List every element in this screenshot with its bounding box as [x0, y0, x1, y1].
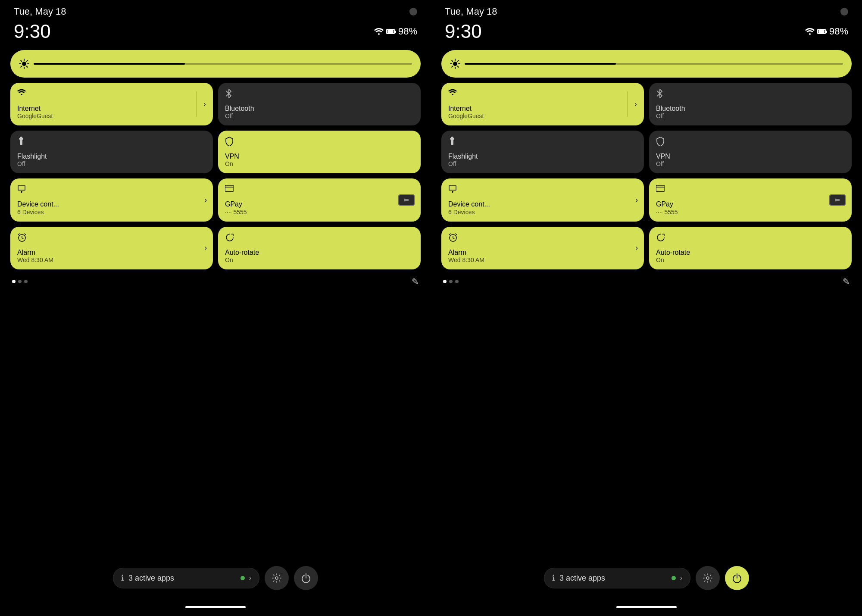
wifi-icon-right	[448, 89, 457, 97]
active-apps-pill-right[interactable]: ℹ 3 active apps ›	[544, 568, 690, 588]
tile-bluetooth-left[interactable]: Bluetooth Off	[218, 83, 421, 125]
dot-2-left[interactable]	[18, 280, 22, 283]
settings-btn-right[interactable]	[696, 566, 720, 590]
settings-btn-left[interactable]	[265, 566, 289, 590]
brightness-row-left[interactable]	[10, 50, 421, 78]
qs-panel-left: Internet GoogleGuest › Bluetoot	[10, 50, 421, 287]
svg-line-9	[21, 66, 22, 67]
vpn-sublabel-right: Off	[656, 160, 845, 167]
flashlight-sublabel-left: Off	[17, 160, 206, 167]
tile-internet-left[interactable]: Internet GoogleGuest ›	[10, 83, 213, 125]
gpay-card-right	[829, 194, 846, 206]
bluetooth-icon-left	[225, 89, 233, 100]
gpay-icon-right	[656, 184, 665, 194]
gpay-label-right: GPay	[656, 200, 845, 208]
brightness-icon-right	[450, 59, 460, 69]
tile-autorotate-right[interactable]: Auto-rotate On	[649, 227, 852, 269]
dot-3-right[interactable]	[455, 280, 459, 283]
camera-dot-right	[840, 8, 848, 16]
svg-point-29	[452, 94, 453, 96]
gpay-sublabel-right: ···· 5555	[656, 209, 845, 216]
device-sublabel-right: 6 Devices	[448, 209, 637, 216]
status-icons-right: 98%	[805, 26, 848, 37]
time-row-left: 9:30 98%	[0, 21, 431, 42]
bluetooth-sublabel-left: Off	[225, 113, 414, 119]
brightness-slider-right[interactable]	[465, 63, 843, 65]
flashlight-label-left: Flashlight	[17, 152, 206, 160]
bluetooth-sublabel-right: Off	[656, 113, 845, 119]
autorotate-label-left: Auto-rotate	[225, 248, 414, 256]
internet-expand-right[interactable]: ›	[628, 83, 644, 125]
vpn-sublabel-left: On	[225, 160, 414, 167]
svg-line-26	[458, 66, 459, 67]
alarm-label-left: Alarm	[17, 248, 206, 256]
internet-expand-left[interactable]: ›	[197, 83, 213, 125]
pill-arrow-left: ›	[249, 574, 251, 582]
battery-icon-left	[386, 29, 395, 34]
info-icon-right: ℹ	[552, 573, 555, 583]
alarm-icon-left	[17, 233, 27, 244]
svg-point-19	[809, 33, 811, 35]
home-indicator-left	[185, 606, 246, 608]
edit-icon-left[interactable]: ✎	[412, 276, 419, 287]
dot-3-left[interactable]	[24, 280, 28, 283]
active-dot-right	[671, 576, 676, 580]
power-btn-left[interactable]	[294, 566, 318, 590]
flashlight-label-right: Flashlight	[448, 152, 637, 160]
battery-text-left: 98%	[398, 26, 417, 37]
bluetooth-label-left: Bluetooth	[225, 104, 414, 113]
internet-sublabel-right: GoogleGuest	[448, 113, 620, 119]
svg-line-6	[21, 60, 22, 61]
tile-device-left[interactable]: Device cont... 6 Devices ›	[10, 178, 213, 221]
tile-flashlight-right[interactable]: Flashlight Off	[441, 131, 644, 173]
time-left: 9:30	[14, 21, 51, 42]
tile-gpay-left[interactable]: GPay ···· 5555	[218, 178, 421, 221]
svg-rect-14	[225, 185, 234, 191]
tile-bluetooth-right[interactable]: Bluetooth Off	[649, 83, 852, 125]
alarm-icon-right	[448, 233, 458, 244]
power-btn-right[interactable]	[725, 566, 749, 590]
tile-autorotate-left[interactable]: Auto-rotate On	[218, 227, 421, 269]
status-bar-left: Tue, May 18	[0, 6, 431, 17]
alarm-sublabel-left: Wed 8:30 AM	[17, 256, 206, 263]
brightness-slider-left[interactable]	[34, 63, 412, 65]
tile-alarm-left[interactable]: Alarm Wed 8:30 AM ›	[10, 227, 213, 269]
settings-icon-left	[272, 573, 281, 583]
alarm-arrow-right: ›	[636, 244, 638, 252]
status-bar-right: Tue, May 18	[431, 6, 862, 17]
gpay-sublabel-left: ···· 5555	[225, 209, 414, 216]
date-left: Tue, May 18	[14, 6, 66, 17]
dot-2-right[interactable]	[449, 280, 453, 283]
tile-gpay-right[interactable]: GPay ···· 5555	[649, 178, 852, 221]
flashlight-icon-right	[448, 137, 456, 148]
svg-line-27	[458, 60, 459, 61]
pagination-dots-left	[12, 280, 28, 283]
edit-icon-right[interactable]: ✎	[843, 276, 850, 287]
tile-device-right[interactable]: Device cont... 6 Devices ›	[441, 178, 644, 221]
tile-alarm-right[interactable]: Alarm Wed 8:30 AM ›	[441, 227, 644, 269]
tile-internet-right[interactable]: Internet GoogleGuest ›	[441, 83, 644, 125]
camera-dot-left	[409, 8, 417, 16]
autorotate-icon-left	[225, 233, 234, 244]
tile-vpn-right[interactable]: VPN Off	[649, 131, 852, 173]
home-indicator-right	[616, 606, 677, 608]
gpay-card-left	[398, 194, 415, 206]
vpn-icon-right	[656, 137, 665, 148]
panel-right: Tue, May 18 9:30 98%	[431, 0, 862, 616]
tile-flashlight-left[interactable]: Flashlight Off	[10, 131, 213, 173]
autorotate-sublabel-right: On	[656, 256, 845, 263]
svg-rect-30	[451, 137, 453, 138]
tile-vpn-left[interactable]: VPN On	[218, 131, 421, 173]
tile-grid-right: Internet GoogleGuest › Bluetoot	[441, 83, 852, 269]
active-apps-pill-left[interactable]: ℹ 3 active apps ›	[113, 568, 259, 588]
brightness-row-right[interactable]	[441, 50, 852, 78]
dot-1-left[interactable]	[12, 280, 16, 283]
vpn-label-left: VPN	[225, 152, 414, 160]
dot-1-right[interactable]	[443, 280, 447, 283]
autorotate-icon-right	[656, 233, 665, 244]
device-label-left: Device cont...	[17, 200, 206, 208]
autorotate-sublabel-left: On	[225, 256, 414, 263]
autorotate-label-right: Auto-rotate	[656, 248, 845, 256]
tile-grid-left: Internet GoogleGuest › Bluetoot	[10, 83, 421, 269]
flashlight-sublabel-right: Off	[448, 160, 637, 167]
